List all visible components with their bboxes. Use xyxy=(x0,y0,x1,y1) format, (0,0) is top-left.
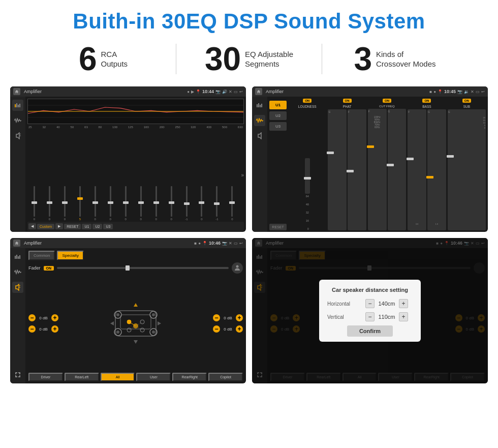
eq-icon[interactable] xyxy=(12,100,23,111)
db-rl-plus[interactable]: + xyxy=(51,325,58,333)
vertical-minus-btn[interactable]: − xyxy=(365,312,375,321)
cutfreq-g-slider[interactable]: G xyxy=(388,109,407,230)
btn-copilot[interactable]: Copilot xyxy=(208,373,243,381)
eq-slider-track-4[interactable] xyxy=(79,186,81,217)
dialog-title: Car speaker distance setting xyxy=(327,287,413,293)
eq-next-btn[interactable]: ▶ xyxy=(55,223,63,229)
channel-loudness: ON LOUDNESS 644832160 xyxy=(288,99,326,230)
eq-slider-track-8[interactable] xyxy=(140,186,142,217)
db-fl-minus[interactable]: − xyxy=(28,314,36,321)
vertical-plus-btn[interactable]: + xyxy=(399,312,408,321)
db-rl-value: 0 dB xyxy=(37,327,50,332)
eq-slider-track-1[interactable] xyxy=(34,186,35,217)
eq-more-icon[interactable]: » xyxy=(241,172,244,178)
eq-slider-track-10[interactable] xyxy=(171,186,172,217)
eq-main: 25 32 40 50 63 80 100 125 160 200 250 32… xyxy=(25,97,246,232)
back-icon-3[interactable]: ↩ xyxy=(239,241,243,246)
db-fr-minus[interactable]: − xyxy=(213,314,220,321)
eq-slider-thumb-8 xyxy=(138,201,144,204)
eq-val-9: 0 xyxy=(155,218,157,221)
horizontal-minus-btn[interactable]: − xyxy=(365,299,375,308)
eq-u3-btn[interactable]: U3 xyxy=(103,224,113,229)
sub-on[interactable]: ON xyxy=(462,99,471,103)
eq-val-3: 0 xyxy=(64,218,66,221)
preset-u3[interactable]: U3 xyxy=(269,122,287,131)
eq-slider-track-5[interactable] xyxy=(95,186,96,217)
cutfreq-on[interactable]: ON xyxy=(383,99,391,103)
crossover-reset[interactable]: RESET xyxy=(269,224,287,230)
confirm-button[interactable]: Confirm xyxy=(347,325,393,337)
status-icons-2: ■ ● 📍 10:45 📷 🔉 ✕ ▭ ↩ xyxy=(429,89,485,94)
eq-val-1: 0 xyxy=(34,218,35,221)
dialog-vertical-row: Vertical − 110cm + xyxy=(327,312,413,321)
btn-all[interactable]: All xyxy=(101,373,135,381)
eq-prev-btn[interactable]: ◀ xyxy=(28,223,36,229)
bass-g-thumb xyxy=(426,176,433,178)
location-icon-1: 📍 xyxy=(196,89,201,94)
eq-u2-btn[interactable]: U2 xyxy=(92,224,102,229)
bass-f-slider[interactable]: F 3.0 xyxy=(408,109,426,230)
home-icon-1[interactable] xyxy=(13,88,20,95)
fader-on-badge[interactable]: ON xyxy=(44,266,54,271)
wave-icon-3[interactable] xyxy=(12,266,23,278)
eq-slider-track-14[interactable] xyxy=(231,186,233,217)
dot-icon-3: ■ xyxy=(194,241,197,246)
eq-slider-track-12[interactable] xyxy=(201,186,202,217)
eq-slider-track-6[interactable] xyxy=(110,186,111,217)
eq-u1-btn[interactable]: U1 xyxy=(82,224,91,229)
home-icon-2[interactable] xyxy=(255,88,262,95)
eq-icon-2[interactable] xyxy=(254,100,265,111)
eq-reset-btn[interactable]: RESET xyxy=(64,224,81,229)
db-fl-plus[interactable]: + xyxy=(51,314,58,321)
btn-rearright[interactable]: RearRight xyxy=(172,373,207,381)
phat-on[interactable]: ON xyxy=(343,99,352,103)
tab-common[interactable]: Common xyxy=(28,251,55,260)
db-rr-minus[interactable]: − xyxy=(213,325,220,333)
eq-custom-btn[interactable]: Custom xyxy=(37,224,54,229)
svg-marker-43 xyxy=(134,340,138,344)
home-icon-3[interactable] xyxy=(13,240,20,247)
person-icon[interactable] xyxy=(232,262,243,274)
bass-g-slider[interactable]: G 1.0 xyxy=(427,109,446,230)
wave-icon-2[interactable] xyxy=(254,115,265,126)
eq-slider-track-7[interactable] xyxy=(125,186,127,217)
speaker-icon[interactable] xyxy=(12,130,23,141)
eq-slider-track-2[interactable] xyxy=(49,186,50,217)
speaker-icon-3[interactable] xyxy=(12,282,23,293)
horizontal-plus-btn[interactable]: + xyxy=(399,299,408,308)
back-icon-1[interactable]: ↩ xyxy=(239,89,243,94)
sub-g-slider[interactable]: G 20151050 xyxy=(448,109,486,230)
eq-slider-track-9[interactable] xyxy=(155,186,157,217)
wave-icon[interactable] xyxy=(12,115,23,126)
back-icon-2[interactable]: ↩ xyxy=(481,89,485,94)
eq-slider-thumb-9 xyxy=(153,201,159,204)
db-fr-plus[interactable]: + xyxy=(236,314,243,321)
svg-rect-17 xyxy=(18,256,19,259)
eq-slider-track-3[interactable] xyxy=(64,186,66,217)
db-rr-plus[interactable]: + xyxy=(236,325,243,333)
resize-icon-3[interactable] xyxy=(12,369,23,380)
fader-slider-h[interactable] xyxy=(57,267,229,269)
cutfreq-f-slider[interactable]: F 100Hz90Hz80kHz70Hz60Hz xyxy=(368,109,387,230)
loudness-on[interactable]: ON xyxy=(303,99,312,103)
phat-f-slider[interactable]: F xyxy=(348,109,366,230)
eq-slider-col-6: 0 xyxy=(104,186,117,221)
eq-icon-3[interactable] xyxy=(12,251,23,262)
tab-specialty[interactable]: Specialty xyxy=(57,251,83,260)
horizontal-value: 140cm xyxy=(377,301,397,307)
dot-icon-2: ■ xyxy=(429,89,432,94)
eq-slider-track-11[interactable] xyxy=(186,186,188,217)
car-diagram xyxy=(60,301,211,346)
fader-text-label: Fader xyxy=(28,265,41,271)
loudness-slider[interactable] xyxy=(305,158,310,194)
preset-u1[interactable]: U1 xyxy=(269,101,287,109)
db-rl-minus[interactable]: − xyxy=(28,325,36,333)
bass-on[interactable]: ON xyxy=(422,99,431,103)
eq-slider-track-13[interactable] xyxy=(216,186,217,217)
btn-driver[interactable]: Driver xyxy=(28,373,63,381)
phat-g-slider[interactable]: G xyxy=(328,109,347,230)
btn-user[interactable]: User xyxy=(136,373,171,381)
preset-u2[interactable]: U2 xyxy=(269,111,287,120)
speaker-icon-2[interactable] xyxy=(254,130,265,141)
btn-rearleft[interactable]: RearLeft xyxy=(65,373,99,381)
